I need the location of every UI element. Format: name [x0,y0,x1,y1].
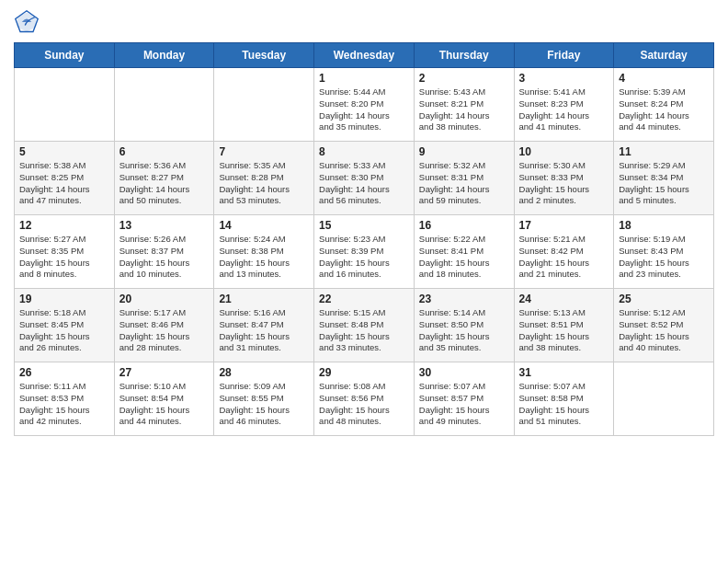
day-number: 18 [619,219,709,232]
calendar-cell: 9Sunrise: 5:32 AM Sunset: 8:31 PM Daylig… [414,142,514,215]
day-info: Sunrise: 5:39 AM Sunset: 8:24 PM Dayligh… [619,86,709,133]
day-info: Sunrise: 5:09 AM Sunset: 8:55 PM Dayligh… [219,381,309,428]
day-info: Sunrise: 5:11 AM Sunset: 8:53 PM Dayligh… [19,381,109,428]
day-info: Sunrise: 5:26 AM Sunset: 8:37 PM Dayligh… [119,234,210,281]
day-info: Sunrise: 5:13 AM Sunset: 8:51 PM Dayligh… [519,307,609,354]
day-number: 14 [219,219,309,232]
calendar-cell: 26Sunrise: 5:11 AM Sunset: 8:53 PM Dayli… [15,362,115,436]
day-number: 21 [219,293,309,305]
day-info: Sunrise: 5:33 AM Sunset: 8:30 PM Dayligh… [319,160,409,207]
day-info: Sunrise: 5:19 AM Sunset: 8:43 PM Dayligh… [619,234,709,281]
day-info: Sunrise: 5:27 AM Sunset: 8:35 PM Dayligh… [19,234,109,281]
page: SundayMondayTuesdayWednesdayThursdayFrid… [0,0,728,563]
calendar-cell: 16Sunrise: 5:22 AM Sunset: 8:41 PM Dayli… [414,215,514,289]
day-info: Sunrise: 5:12 AM Sunset: 8:52 PM Dayligh… [619,307,709,354]
day-info: Sunrise: 5:35 AM Sunset: 8:28 PM Dayligh… [219,160,309,207]
day-number: 22 [319,293,409,305]
calendar-cell: 29Sunrise: 5:08 AM Sunset: 8:56 PM Dayli… [314,362,415,436]
calendar-cell: 31Sunrise: 5:07 AM Sunset: 8:58 PM Dayli… [514,362,614,436]
day-info: Sunrise: 5:21 AM Sunset: 8:42 PM Dayligh… [519,234,609,281]
day-info: Sunrise: 5:24 AM Sunset: 8:38 PM Dayligh… [219,234,309,281]
day-info: Sunrise: 5:15 AM Sunset: 8:48 PM Dayligh… [319,307,409,354]
calendar-cell: 24Sunrise: 5:13 AM Sunset: 8:51 PM Dayli… [514,289,614,362]
day-number: 26 [19,366,109,379]
day-number: 28 [219,366,309,379]
day-number: 19 [19,293,109,305]
day-info: Sunrise: 5:38 AM Sunset: 8:25 PM Dayligh… [19,160,109,207]
day-number: 15 [319,219,409,232]
day-number: 9 [419,145,509,158]
calendar-cell: 28Sunrise: 5:09 AM Sunset: 8:55 PM Dayli… [214,362,314,436]
day-info: Sunrise: 5:14 AM Sunset: 8:50 PM Dayligh… [419,307,509,354]
logo-icon [14,9,40,35]
day-number: 29 [319,366,409,379]
calendar-cell: 4Sunrise: 5:39 AM Sunset: 8:24 PM Daylig… [614,68,714,142]
calendar-cell: 19Sunrise: 5:18 AM Sunset: 8:45 PM Dayli… [15,289,115,362]
weekday-header-sunday: Sunday [15,43,115,68]
calendar-cell [614,362,714,436]
weekday-header-monday: Monday [114,43,214,68]
calendar-cell: 15Sunrise: 5:23 AM Sunset: 8:39 PM Dayli… [314,215,415,289]
weekday-header-saturday: Saturday [614,43,714,68]
day-number: 16 [419,219,509,232]
weekday-header-wednesday: Wednesday [314,43,415,68]
calendar-cell: 11Sunrise: 5:29 AM Sunset: 8:34 PM Dayli… [614,142,714,215]
day-number: 8 [319,145,409,158]
calendar-cell: 17Sunrise: 5:21 AM Sunset: 8:42 PM Dayli… [514,215,614,289]
calendar-cell [114,68,214,142]
calendar-cell: 3Sunrise: 5:41 AM Sunset: 8:23 PM Daylig… [514,68,614,142]
day-number: 2 [419,72,509,85]
day-number: 5 [19,145,109,158]
weekday-header-row: SundayMondayTuesdayWednesdayThursdayFrid… [15,43,714,68]
day-number: 13 [119,219,210,232]
day-info: Sunrise: 5:30 AM Sunset: 8:33 PM Dayligh… [519,160,609,207]
day-number: 4 [619,72,709,85]
calendar-cell: 21Sunrise: 5:16 AM Sunset: 8:47 PM Dayli… [214,289,314,362]
day-info: Sunrise: 5:10 AM Sunset: 8:54 PM Dayligh… [119,381,210,428]
calendar-cell: 27Sunrise: 5:10 AM Sunset: 8:54 PM Dayli… [114,362,214,436]
day-info: Sunrise: 5:43 AM Sunset: 8:21 PM Dayligh… [419,86,509,133]
calendar-cell: 22Sunrise: 5:15 AM Sunset: 8:48 PM Dayli… [314,289,415,362]
day-info: Sunrise: 5:36 AM Sunset: 8:27 PM Dayligh… [119,160,210,207]
day-number: 25 [619,293,709,305]
calendar-cell [214,68,314,142]
calendar-cell: 18Sunrise: 5:19 AM Sunset: 8:43 PM Dayli… [614,215,714,289]
day-info: Sunrise: 5:16 AM Sunset: 8:47 PM Dayligh… [219,307,309,354]
calendar-cell: 25Sunrise: 5:12 AM Sunset: 8:52 PM Dayli… [614,289,714,362]
calendar-cell: 8Sunrise: 5:33 AM Sunset: 8:30 PM Daylig… [314,142,415,215]
day-number: 20 [119,293,210,305]
day-info: Sunrise: 5:32 AM Sunset: 8:31 PM Dayligh… [419,160,509,207]
calendar-cell: 6Sunrise: 5:36 AM Sunset: 8:27 PM Daylig… [114,142,214,215]
day-info: Sunrise: 5:17 AM Sunset: 8:46 PM Dayligh… [119,307,210,354]
week-row-5: 26Sunrise: 5:11 AM Sunset: 8:53 PM Dayli… [15,362,714,436]
day-info: Sunrise: 5:23 AM Sunset: 8:39 PM Dayligh… [319,234,409,281]
day-info: Sunrise: 5:29 AM Sunset: 8:34 PM Dayligh… [619,160,709,207]
calendar-cell: 10Sunrise: 5:30 AM Sunset: 8:33 PM Dayli… [514,142,614,215]
day-number: 6 [119,145,210,158]
weekday-header-thursday: Thursday [414,43,514,68]
calendar-cell: 20Sunrise: 5:17 AM Sunset: 8:46 PM Dayli… [114,289,214,362]
calendar-cell: 23Sunrise: 5:14 AM Sunset: 8:50 PM Dayli… [414,289,514,362]
day-number: 27 [119,366,210,379]
week-row-1: 1Sunrise: 5:44 AM Sunset: 8:20 PM Daylig… [15,68,714,142]
day-number: 30 [419,366,509,379]
day-info: Sunrise: 5:08 AM Sunset: 8:56 PM Dayligh… [319,381,409,428]
day-info: Sunrise: 5:44 AM Sunset: 8:20 PM Dayligh… [319,86,409,133]
day-number: 17 [519,219,609,232]
calendar-table: SundayMondayTuesdayWednesdayThursdayFrid… [14,42,714,436]
calendar-cell: 12Sunrise: 5:27 AM Sunset: 8:35 PM Dayli… [15,215,115,289]
calendar-cell [15,68,115,142]
calendar-cell: 7Sunrise: 5:35 AM Sunset: 8:28 PM Daylig… [214,142,314,215]
calendar-cell: 14Sunrise: 5:24 AM Sunset: 8:38 PM Dayli… [214,215,314,289]
day-number: 24 [519,293,609,305]
day-number: 1 [319,72,409,85]
weekday-header-tuesday: Tuesday [214,43,314,68]
day-info: Sunrise: 5:22 AM Sunset: 8:41 PM Dayligh… [419,234,509,281]
day-info: Sunrise: 5:07 AM Sunset: 8:58 PM Dayligh… [519,381,609,428]
day-number: 12 [19,219,109,232]
day-number: 31 [519,366,609,379]
day-number: 23 [419,293,509,305]
day-number: 3 [519,72,609,85]
day-number: 10 [519,145,609,158]
day-info: Sunrise: 5:18 AM Sunset: 8:45 PM Dayligh… [19,307,109,354]
